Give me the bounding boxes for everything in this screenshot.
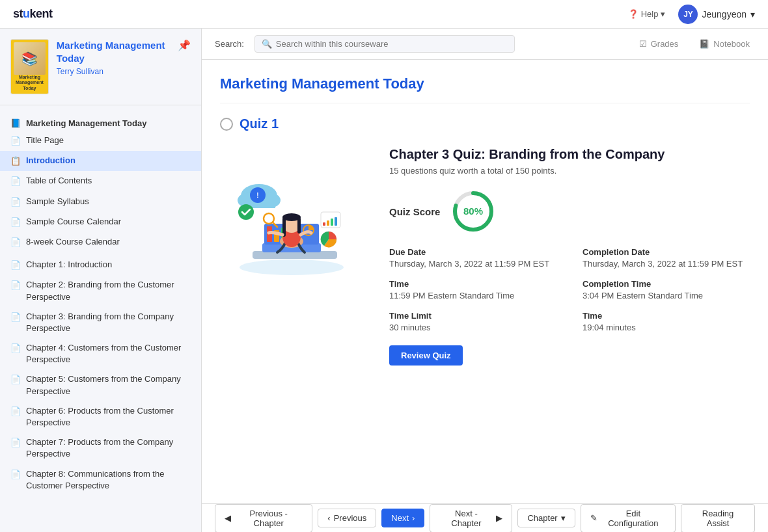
notebook-icon: 📓 [699, 39, 709, 49]
chapter-dropdown[interactable]: Chapter ▾ [517, 509, 575, 527]
sidebar-item-label: Sample Course Calendar [26, 216, 121, 228]
sidebar-item-label: Chapter 3: Branding from the Company Per… [26, 311, 191, 334]
user-name: Jeungyeon [702, 9, 747, 20]
svg-rect-25 [327, 220, 329, 226]
sidebar-item-introduction[interactable]: 📋 Introduction [0, 151, 201, 171]
main-content: Search: 🔍 ☑ Grades 📓 Notebook Marketing … [202, 29, 768, 532]
search-icon: 🔍 [262, 39, 272, 49]
sidebar-section-header[interactable]: 📘 Marketing Management Today [0, 113, 201, 131]
time-value: 11:59 PM Eastern Standard Time [389, 291, 556, 300]
header-actions: ☑ Grades 📓 Notebook [634, 36, 755, 51]
completion-time-label: Completion Time [583, 279, 750, 289]
sidebar-item-chapter8[interactable]: 📄 Chapter 8: Communications from the Cus… [0, 464, 201, 496]
section-icon: 📘 [10, 118, 21, 128]
chapter-label: Chapter [527, 513, 557, 523]
ch2-icon: 📄 [10, 280, 21, 291]
reading-assist-button[interactable]: Reading Assist [681, 504, 755, 533]
intro-icon: 📋 [10, 155, 21, 167]
nav-right: ❓ Help ▾ JY Jeungyeon ▾ [628, 5, 755, 24]
sidebar-item-chapter7[interactable]: 📄 Chapter 7: Products from the Company P… [0, 432, 201, 464]
reading-assist-label: Reading Assist [691, 509, 745, 528]
quiz-score-section: Quiz Score 80% [389, 189, 750, 234]
sidebar-item-syllabus[interactable]: 📄 Sample Syllabus [0, 192, 201, 212]
syllabus-icon: 📄 [10, 196, 21, 208]
chapter-chevron-icon: ▾ [561, 513, 566, 523]
book-cover-image: 📚 [14, 42, 46, 75]
sidebar-item-label: Chapter 5: Customers from the Company Pe… [26, 373, 191, 397]
help-icon: ❓ [628, 9, 638, 19]
quiz-status-circle [220, 118, 233, 131]
previous-label: Previous [334, 513, 367, 523]
sidebar-item-chapter2[interactable]: 📄 Chapter 2: Branding from the Customer … [0, 275, 201, 306]
app-layout: 📚 Marketing Management Today Marketing M… [0, 0, 768, 532]
sidebar-item-label: Chapter 1: Introduction [26, 259, 112, 271]
calendar8-icon: 📄 [10, 237, 21, 248]
search-input[interactable] [276, 39, 508, 49]
next-label: Next [391, 513, 409, 523]
completion-time-item: Completion Time 3:04 PM Eastern Standard… [583, 279, 750, 300]
top-nav: stukent ❓ Help ▾ JY Jeungyeon ▾ [0, 0, 768, 29]
content-area: Marketing Management Today Quiz 1 [202, 60, 768, 381]
edit-config-button[interactable]: ✎ Edit Configuration [581, 504, 676, 533]
sidebar-item-8week-calendar[interactable]: 📄 8-week Course Calendar [0, 232, 201, 252]
svg-point-22 [238, 204, 254, 220]
edit-config-label: Edit Configuration [601, 509, 666, 528]
sidebar: 📚 Marketing Management Today Marketing M… [0, 29, 202, 532]
sidebar-item-chapter1[interactable]: 📄 Chapter 1: Introduction [0, 255, 201, 275]
time-label: Time [389, 279, 556, 289]
sidebar-item-toc[interactable]: 📄 Table of Contents [0, 171, 201, 191]
next-icon: › [412, 513, 415, 523]
search-label: Search: [215, 39, 244, 49]
sidebar-item-chapter6[interactable]: 📄 Chapter 6: Products from the Customer … [0, 401, 201, 432]
grades-button[interactable]: ☑ Grades [634, 36, 684, 51]
sidebar-item-chapter5[interactable]: 📄 Chapter 5: Customers from the Company … [0, 369, 201, 401]
svg-rect-26 [331, 219, 333, 226]
book-cover: 📚 Marketing Management Today [10, 39, 49, 94]
svg-rect-15 [297, 217, 301, 233]
ch6-icon: 📄 [10, 406, 21, 418]
quiz-main-title: Chapter 3 Quiz: Branding from the Compan… [389, 147, 750, 162]
logo: stukent [13, 7, 53, 21]
sidebar-item-label: Chapter 8: Communications from the Custo… [26, 468, 191, 492]
completion-date-label: Completion Date [583, 247, 750, 257]
next-chapter-icon: ▶ [496, 513, 502, 523]
help-chevron-icon: ▾ [661, 9, 665, 19]
next-chapter-label: Next - Chapter [439, 509, 493, 528]
prev-chapter-button[interactable]: ◀ Previous - Chapter [215, 504, 312, 533]
previous-button[interactable]: ‹ Previous [318, 509, 376, 527]
sidebar-item-chapter4[interactable]: 📄 Chapter 4: Customers from the Customer… [0, 338, 201, 369]
sidebar-item-label: Chapter 7: Products from the Company Per… [26, 436, 191, 460]
quiz-score-label: Quiz Score [389, 206, 440, 217]
sidebar-item-title-page[interactable]: 📄 Title Page [0, 131, 201, 151]
book-title: Marketing Management Today [57, 39, 170, 64]
sidebar-item-course-calendar[interactable]: 📄 Sample Course Calendar [0, 212, 201, 232]
next-button[interactable]: Next › [381, 509, 424, 527]
ch7-icon: 📄 [10, 437, 21, 449]
user-menu[interactable]: JY Jeungyeon ▾ [678, 5, 755, 24]
sidebar-item-label: Title Page [26, 135, 64, 146]
sidebar-front-matter: 📄 Title Page 📋 Introduction 📄 Table of C… [0, 131, 201, 252]
book-author: Terry Sullivan [57, 67, 170, 76]
notebook-button[interactable]: 📓 Notebook [694, 36, 755, 51]
next-chapter-button[interactable]: Next - Chapter ▶ [430, 504, 512, 533]
ch3-icon: 📄 [10, 312, 21, 323]
help-label: Help [641, 9, 659, 19]
review-quiz-button[interactable]: Review Quiz [389, 345, 463, 366]
pin-icon[interactable]: 📌 [178, 39, 191, 51]
avatar: JY [678, 5, 698, 24]
help-button[interactable]: ❓ Help ▾ [628, 9, 666, 19]
score-circle: 80% [450, 189, 496, 234]
completion-date-value: Thursday, March 3, 2022 at 11:59 PM EST [583, 259, 750, 269]
bottom-nav: ◀ Previous - Chapter ‹ Previous Next › N… [202, 503, 768, 532]
prev-chapter-icon: ◀ [225, 513, 231, 523]
quiz-illustration-svg: ! [220, 147, 363, 277]
due-date-value: Thursday, March 3, 2022 at 11:59 PM EST [389, 259, 556, 269]
time-limit-item: Time Limit 30 minutes [389, 311, 556, 332]
svg-rect-24 [323, 222, 325, 226]
page-title: Marketing Management Today [220, 75, 750, 103]
sidebar-item-chapter3[interactable]: 📄 Chapter 3: Branding from the Company P… [0, 307, 201, 338]
completion-date-item: Completion Date Thursday, March 3, 2022 … [583, 247, 750, 269]
quiz-details: Chapter 3 Quiz: Branding from the Compan… [389, 147, 750, 366]
svg-point-0 [240, 259, 344, 275]
toc-icon: 📄 [10, 176, 21, 187]
